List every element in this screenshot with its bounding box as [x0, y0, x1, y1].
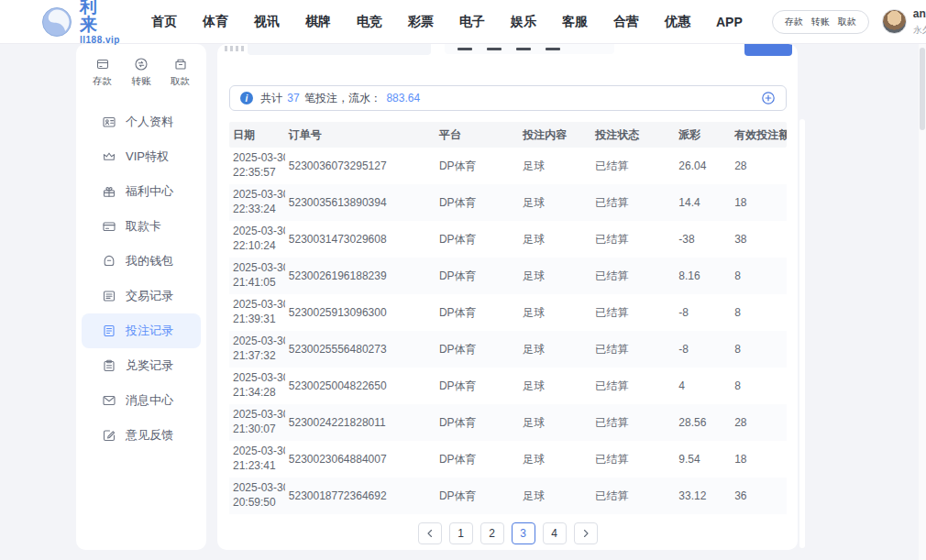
sidebar-item-3[interactable]: 福利中心 [76, 174, 206, 209]
date-range-input-clipped[interactable] [248, 44, 431, 55]
cell-status: 已结算 [591, 379, 675, 394]
nav-item-11[interactable]: 优惠 [652, 14, 703, 30]
nav-item-10[interactable]: 合营 [601, 14, 652, 30]
table-row[interactable]: 2025-03-3022:10:245230031473029608DP体育足球… [229, 221, 787, 258]
wallet-pill-action-3[interactable]: 取款 [838, 16, 856, 28]
sidebar-item-9[interactable]: 消息中心 [76, 383, 206, 418]
turnover-amount: 883.64 [386, 92, 420, 104]
column-header: 投注内容 [519, 127, 591, 143]
table-row[interactable]: 2025-03-3021:37:325230025556480273DP体育足球… [229, 331, 787, 368]
table-row[interactable]: 2025-03-3021:30:075230024221828011DP体育足球… [229, 404, 787, 441]
bet-count: 37 [287, 92, 299, 104]
sidebar-item-5[interactable]: 我的钱包 [76, 244, 206, 279]
nav-item-6[interactable]: 彩票 [395, 14, 446, 30]
sidebar-item-2[interactable]: VIP特权 [76, 139, 206, 174]
table-row[interactable]: 2025-03-3021:34:285230025004822650DP体育足球… [229, 368, 787, 404]
cell-valid-amount: 8 [731, 343, 787, 356]
wallet-pill-action-1[interactable]: 存款 [785, 16, 803, 28]
cell-date: 2025-03-3022:33:24 [229, 188, 285, 216]
site-logo[interactable]: 利 来 ll188.vip [41, 0, 120, 45]
pagination-page-3[interactable]: 3 [512, 522, 535, 544]
cell-status: 已结算 [591, 452, 675, 467]
pagination-page-4[interactable]: 4 [543, 522, 567, 544]
cell-date: 2025-03-3020:59:50 [229, 481, 285, 510]
content-scrollbar-track[interactable] [799, 119, 805, 548]
nav-item-7[interactable]: 电子 [446, 14, 498, 30]
table-row[interactable]: 2025-03-3021:39:315230025913096300DP体育足球… [229, 294, 787, 331]
cell-platform: DP体育 [435, 305, 519, 321]
cell-status: 已结算 [591, 415, 675, 431]
quick-action-deposit[interactable]: 存款 [93, 57, 112, 88]
cell-status: 已结算 [591, 305, 675, 321]
cell-content: 足球 [519, 159, 591, 174]
quick-action-transfer[interactable]: 转账 [132, 57, 151, 88]
table-row[interactable]: 2025-03-3022:35:575230036073295127DP体育足球… [229, 148, 787, 184]
search-submit-button-clipped[interactable] [744, 44, 792, 56]
cell-date: 2025-03-3021:39:31 [229, 298, 285, 326]
nav-item-5[interactable]: 电竞 [344, 14, 395, 30]
page-scrollbar-thumb[interactable] [920, 48, 925, 130]
cell-content: 足球 [519, 379, 591, 394]
cell-payout: 4 [675, 379, 731, 392]
info-icon: i [240, 92, 253, 104]
table-row[interactable]: 2025-03-3021:41:055230026196188239DP体育足球… [229, 258, 787, 294]
nav-item-3[interactable]: 视讯 [241, 14, 292, 30]
sidebar-item-label: 兑奖记录 [126, 357, 173, 374]
wallet-pill-action-2[interactable]: 转账 [811, 16, 830, 28]
cell-platform: DP体育 [435, 415, 519, 431]
cell-valid-amount: 38 [731, 233, 787, 246]
cell-valid-amount: 8 [731, 306, 787, 319]
cell-content: 足球 [519, 269, 591, 284]
sidebar-item-6[interactable]: 交易记录 [76, 279, 206, 313]
nav-item-12[interactable]: APP [703, 15, 755, 29]
cell-order: 5230023064884007 [285, 453, 435, 466]
cell-content: 足球 [519, 305, 591, 321]
wallet-icon [102, 254, 116, 269]
cell-payout: -38 [675, 233, 731, 246]
cell-status: 已结算 [591, 269, 675, 284]
pagination-prev-button[interactable] [418, 522, 442, 544]
table-row[interactable]: 2025-03-3020:59:505230018772364692DP体育足球… [229, 478, 787, 514]
nav-item-9[interactable]: 客服 [549, 14, 601, 30]
user-domain-line: 永久域名： ll188.vip | ll188.... [913, 24, 926, 37]
profile-icon [102, 115, 116, 129]
cell-payout: -8 [675, 306, 731, 319]
page-scrollbar[interactable] [919, 0, 926, 560]
nav-item-1[interactable]: 首页 [138, 14, 190, 30]
quick-range-buttons-clipped[interactable] [445, 44, 614, 54]
cell-content: 足球 [519, 342, 591, 357]
cell-platform: DP体育 [435, 232, 519, 247]
pagination-page-2[interactable]: 2 [480, 522, 504, 544]
pagination-next-button[interactable] [574, 522, 598, 544]
sidebar-item-8[interactable]: 兑奖记录 [76, 348, 206, 383]
nav-item-4[interactable]: 棋牌 [292, 14, 344, 30]
cell-platform: DP体育 [435, 195, 519, 211]
pagination-page-1[interactable]: 1 [449, 522, 473, 544]
cell-payout: 33.12 [675, 489, 731, 502]
cell-valid-amount: 8 [731, 379, 787, 392]
table-row[interactable]: 2025-03-3022:33:245230035613890394DP体育足球… [229, 184, 787, 221]
sidebar-item-4[interactable]: 取款卡 [76, 209, 206, 244]
nav-item-8[interactable]: 娱乐 [498, 14, 549, 30]
quick-action-withdraw[interactable]: 取款 [171, 57, 190, 88]
bet-summary-text: 共计 37 笔投注，流水： 883.64 [260, 91, 422, 106]
sidebar-item-7[interactable]: 投注记录 [82, 313, 201, 348]
cell-date: 2025-03-3021:23:41 [229, 445, 285, 473]
welfare-gift-icon [102, 184, 116, 199]
sidebar-menu: 个人资料VIP特权福利中心取款卡我的钱包交易记录投注记录兑奖记录消息中心意见反馈 [76, 104, 206, 453]
sidebar-item-10[interactable]: 意见反馈 [76, 418, 206, 453]
user-info[interactable]: anxin3399总资产：1363.49元 永久域名： ll188.vip | … [882, 6, 926, 37]
table-row[interactable]: 2025-03-3021:23:415230023064884007DP体育足球… [229, 441, 787, 478]
cell-status: 已结算 [591, 232, 675, 247]
cell-content: 足球 [519, 415, 591, 431]
sidebar-item-1[interactable]: 个人资料 [76, 104, 206, 139]
bet-records-table: 日期订单号平台投注内容投注状态派彩有效投注额 2025-03-3022:35:5… [229, 122, 787, 514]
avatar[interactable] [882, 9, 907, 34]
cell-payout: 8.16 [675, 269, 731, 282]
sidebar: 存款转账取款 个人资料VIP特权福利中心取款卡我的钱包交易记录投注记录兑奖记录消… [76, 44, 206, 550]
nav-item-2[interactable]: 体育 [190, 14, 241, 30]
cell-order: 5230026196188239 [285, 269, 435, 282]
quick-action-label: 存款 [93, 75, 112, 88]
plus-circle-icon[interactable] [761, 91, 776, 105]
cell-valid-amount: 28 [731, 159, 787, 172]
